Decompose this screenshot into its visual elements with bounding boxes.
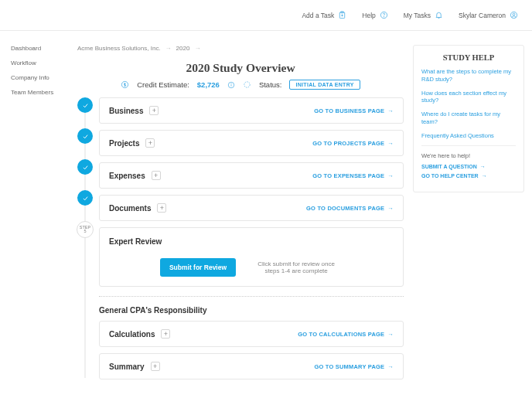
goto-label: GO TO EXPENSES PAGE bbox=[312, 172, 384, 179]
cpa-section-label: General CPA's Responsibility bbox=[99, 306, 404, 315]
status-label: Status: bbox=[259, 80, 282, 89]
step-5-pending: STEP 5 bbox=[77, 221, 94, 238]
overview-meta: Credit Estimate: $2,726 Status: INITIAL … bbox=[77, 80, 404, 90]
action-label: SUBMIT A QUESTION bbox=[421, 164, 477, 169]
goto-projects[interactable]: GO TO PROJECTS PAGE → bbox=[312, 140, 394, 147]
credit-value: $2,726 bbox=[197, 80, 220, 89]
breadcrumb: Acme Business Solutions, Inc. → 2020 → bbox=[77, 45, 404, 52]
breadcrumb-company[interactable]: Acme Business Solutions, Inc. bbox=[77, 45, 161, 52]
step-4-complete-icon bbox=[77, 190, 93, 206]
card-expenses: Expenses + GO TO EXPENSES PAGE → bbox=[99, 162, 404, 189]
card-title: Expenses bbox=[109, 172, 145, 180]
submit-hint: Click submit for review once steps 1-4 a… bbox=[250, 260, 343, 274]
expand-button[interactable]: + bbox=[145, 138, 155, 148]
my-tasks-link[interactable]: My Tasks bbox=[404, 11, 443, 19]
step-3-complete-icon bbox=[77, 159, 93, 175]
sidebar-item-team-members[interactable]: Team Members bbox=[11, 89, 68, 96]
step-2-complete-icon bbox=[77, 128, 93, 144]
divider bbox=[99, 296, 404, 297]
step-5-number: 5 bbox=[84, 230, 86, 234]
help-panel: STUDY HELP What are the steps to complet… bbox=[413, 45, 524, 192]
arrow-right-icon: → bbox=[387, 205, 394, 212]
user-name: Skylar Cameron bbox=[459, 12, 506, 19]
expand-button[interactable]: + bbox=[151, 362, 160, 371]
arrow-right-icon: → bbox=[387, 140, 394, 147]
submit-for-review-button[interactable]: Submit for Review bbox=[160, 258, 236, 277]
expand-button[interactable]: + bbox=[149, 106, 159, 115]
arrow-right-icon: → bbox=[387, 107, 394, 114]
card-projects: Projects + GO TO PROJECTS PAGE → bbox=[99, 130, 404, 156]
help-panel-title: STUDY HELP bbox=[421, 53, 516, 62]
card-title: Business bbox=[109, 107, 143, 115]
goto-summary[interactable]: GO TO SUMMARY PAGE → bbox=[314, 363, 394, 370]
svg-point-7 bbox=[513, 13, 515, 15]
dollar-circle-icon bbox=[121, 80, 129, 89]
chevron-right-icon: → bbox=[165, 45, 172, 52]
arrow-right-icon: → bbox=[387, 363, 394, 370]
sidebar-item-dashboard[interactable]: Dashboard bbox=[11, 45, 68, 52]
expand-button[interactable]: + bbox=[161, 329, 170, 339]
header: Add a Task Help My Tasks Skylar Cameron bbox=[0, 0, 532, 31]
sidebar-item-company-info[interactable]: Company Info bbox=[11, 74, 68, 81]
expand-button[interactable]: + bbox=[152, 171, 161, 180]
goto-expenses[interactable]: GO TO EXPENSES PAGE → bbox=[312, 172, 394, 179]
expert-review-title: Expert Review bbox=[109, 237, 394, 246]
goto-documents[interactable]: GO TO DOCUMENTS PAGE → bbox=[306, 205, 394, 212]
expand-button[interactable]: + bbox=[157, 203, 166, 213]
card-title: Documents bbox=[109, 204, 151, 213]
goto-label: GO TO DOCUMENTS PAGE bbox=[306, 205, 384, 212]
svg-point-12 bbox=[244, 82, 250, 87]
step-1-complete-icon bbox=[77, 97, 93, 113]
goto-help-center-link[interactable]: GO TO HELP CENTER → bbox=[421, 173, 516, 179]
user-menu[interactable]: Skylar Cameron bbox=[459, 11, 518, 19]
goto-calculations[interactable]: GO TO CALCULATIONS PAGE → bbox=[298, 331, 394, 338]
arrow-right-icon: → bbox=[480, 164, 486, 169]
sidebar-item-workflow[interactable]: Workflow bbox=[11, 60, 68, 66]
breadcrumb-year[interactable]: 2020 bbox=[176, 45, 190, 52]
help-link-2[interactable]: How does each section effect my study? bbox=[421, 90, 516, 105]
action-label: GO TO HELP CENTER bbox=[421, 173, 479, 179]
page-title: 2020 Study Overview bbox=[77, 61, 404, 75]
help-link-4[interactable]: Frequently Asked Questions bbox=[421, 132, 516, 140]
bell-icon bbox=[435, 11, 443, 19]
goto-label: GO TO CALCULATIONS PAGE bbox=[298, 331, 384, 338]
help-link-3[interactable]: Where do I create tasks for my team? bbox=[421, 111, 516, 126]
help-subtext: We're here to help! bbox=[421, 152, 516, 159]
add-task-label: Add a Task bbox=[302, 12, 334, 19]
submit-question-link[interactable]: SUBMIT A QUESTION → bbox=[421, 164, 516, 169]
info-circle-icon[interactable] bbox=[227, 81, 235, 89]
arrow-right-icon: → bbox=[482, 173, 487, 179]
arrow-right-icon: → bbox=[387, 331, 394, 338]
card-business: Business + GO TO BUSINESS PAGE → bbox=[99, 97, 404, 124]
progress-icon bbox=[243, 80, 251, 89]
card-expert-review: Expert Review Submit for Review Click su… bbox=[99, 227, 404, 287]
card-title: Summary bbox=[109, 362, 145, 371]
step-rail: STEP 5 bbox=[77, 97, 93, 386]
goto-label: GO TO SUMMARY PAGE bbox=[314, 363, 384, 370]
arrow-right-icon: → bbox=[387, 172, 394, 179]
my-tasks-label: My Tasks bbox=[404, 12, 431, 19]
divider bbox=[421, 145, 516, 146]
goto-business[interactable]: GO TO BUSINESS PAGE → bbox=[314, 107, 394, 114]
credit-label: Credit Estimate: bbox=[137, 80, 189, 89]
card-summary: Summary + GO TO SUMMARY PAGE → bbox=[99, 353, 404, 379]
card-calculations: Calculations + GO TO CALCULATIONS PAGE → bbox=[99, 321, 404, 347]
help-link[interactable]: Help bbox=[362, 11, 387, 19]
user-circle-icon bbox=[510, 11, 518, 19]
goto-label: GO TO PROJECTS PAGE bbox=[312, 140, 384, 147]
card-title: Calculations bbox=[109, 330, 155, 339]
help-label: Help bbox=[362, 12, 375, 19]
card-documents: Documents + GO TO DOCUMENTS PAGE → bbox=[99, 195, 404, 221]
help-circle-icon bbox=[380, 11, 388, 19]
add-task-link[interactable]: Add a Task bbox=[302, 11, 346, 19]
clipboard-plus-icon bbox=[338, 11, 346, 19]
chevron-right-icon: → bbox=[194, 45, 200, 52]
help-link-1[interactable]: What are the steps to complete my R&D st… bbox=[421, 68, 516, 83]
status-badge: INITIAL DATA ENTRY bbox=[289, 80, 360, 90]
goto-label: GO TO BUSINESS PAGE bbox=[314, 107, 384, 114]
card-title: Projects bbox=[109, 139, 139, 148]
sidebar: Dashboard Workflow Company Info Team Mem… bbox=[0, 31, 68, 386]
